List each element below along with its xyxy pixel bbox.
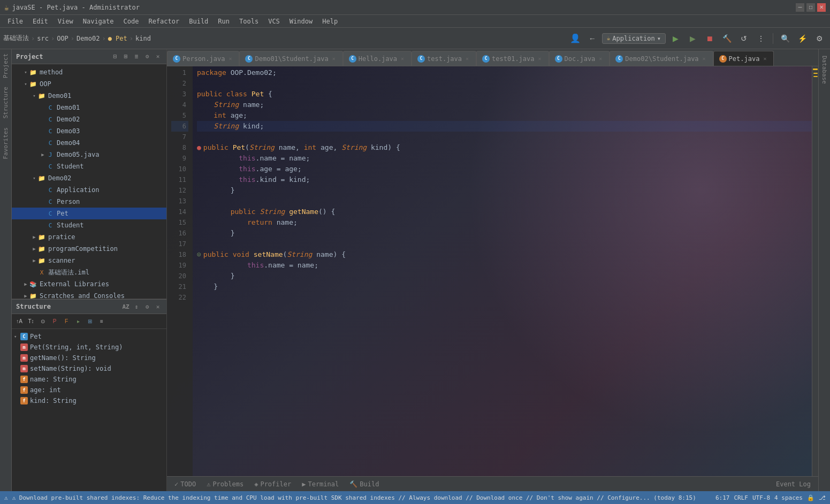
status-encoding[interactable]: UTF-8 bbox=[752, 494, 770, 501]
tab-close-person[interactable]: ✕ bbox=[227, 56, 233, 62]
tree-application[interactable]: ▾ C Application bbox=[12, 184, 166, 196]
tree-demo03-class[interactable]: ▾ C Demo03 bbox=[12, 125, 166, 137]
tree-demo01-folder[interactable]: ▾ 📁 Demo01 bbox=[12, 90, 166, 102]
struct-field-kind[interactable]: f kind: String bbox=[12, 395, 166, 406]
struct-sort-alpha-button[interactable]: ↑A bbox=[14, 316, 25, 327]
toolbar-account-button[interactable]: 👤 bbox=[568, 31, 583, 46]
menu-refactor[interactable]: Refactor bbox=[144, 17, 184, 26]
struct-inherited-button[interactable]: ⊞ bbox=[85, 316, 95, 327]
tab-close-test01[interactable]: ✕ bbox=[537, 56, 543, 62]
tab-close-demo01-student[interactable]: ✕ bbox=[331, 56, 337, 62]
tree-programcompetition[interactable]: ▶ 📁 programCompetition bbox=[12, 243, 166, 255]
tab-close-pet[interactable]: ✕ bbox=[762, 56, 768, 62]
right-panel-database[interactable]: Database bbox=[820, 51, 829, 88]
breadcrumb-item-4[interactable]: Demo02 bbox=[77, 35, 100, 42]
breadcrumb-item-5[interactable]: ● Pet bbox=[108, 35, 127, 42]
struct-field-button[interactable]: F bbox=[61, 316, 72, 327]
tree-demo04-class[interactable]: ▾ C Demo04 bbox=[12, 137, 166, 149]
project-close-icon[interactable]: ✕ bbox=[154, 52, 162, 61]
structure-settings-icon[interactable]: ⚙ bbox=[143, 302, 151, 311]
status-line-ending[interactable]: CRLF bbox=[734, 494, 748, 501]
tree-pratice[interactable]: ▶ 📁 pratice bbox=[12, 231, 166, 243]
tab-demo02-student[interactable]: C Demo02\Student.java ✕ bbox=[610, 51, 713, 66]
tab-close-test[interactable]: ✕ bbox=[464, 56, 470, 62]
menu-vcs[interactable]: VCS bbox=[264, 17, 284, 26]
tree-student-demo02[interactable]: ▾ C Student bbox=[12, 219, 166, 231]
status-position[interactable]: 6:17 bbox=[715, 494, 730, 501]
left-tab-project[interactable]: Project bbox=[1, 49, 10, 82]
struct-field-name[interactable]: f name: String bbox=[12, 374, 166, 385]
tree-demo02-class[interactable]: ▾ C Demo02 bbox=[12, 113, 166, 125]
menu-file[interactable]: File bbox=[3, 17, 27, 26]
search-button[interactable]: 🔍 bbox=[778, 31, 793, 46]
update-button[interactable]: ↺ bbox=[736, 31, 751, 46]
struct-setname[interactable]: m setName(String): void bbox=[12, 363, 166, 374]
bottom-tab-profiler[interactable]: ◈ Profiler bbox=[251, 479, 294, 489]
struct-getname[interactable]: m getName(): String bbox=[12, 353, 166, 363]
struct-sort-type-button[interactable]: T↕ bbox=[26, 316, 36, 327]
struct-constructor[interactable]: m Pet(String, int, String) bbox=[12, 342, 166, 353]
tree-demo02-folder[interactable]: ▾ 📁 Demo02 bbox=[12, 172, 166, 184]
tree-person[interactable]: ▾ C Person bbox=[12, 196, 166, 208]
run-button[interactable]: ▶ bbox=[668, 31, 683, 46]
struct-pet-class[interactable]: ▾ C Pet bbox=[12, 331, 166, 342]
bottom-tab-event-log[interactable]: Event Log bbox=[773, 479, 814, 489]
tab-test01-java[interactable]: C test01.java ✕ bbox=[476, 51, 549, 66]
tab-close-doc[interactable]: ✕ bbox=[597, 56, 604, 62]
stop-button[interactable]: ⏹ bbox=[702, 31, 717, 46]
struct-expand-button[interactable]: ▸ bbox=[73, 316, 83, 327]
tab-person-java[interactable]: C Person.java ✕ bbox=[167, 51, 239, 66]
left-tab-favorites[interactable]: Favorites bbox=[1, 123, 10, 164]
tree-pet[interactable]: ▾ C Pet bbox=[12, 208, 166, 219]
breadcrumb-item-1[interactable]: 基础语法 bbox=[3, 34, 29, 43]
structure-close-icon[interactable]: ✕ bbox=[154, 302, 162, 311]
maximize-button[interactable]: □ bbox=[806, 3, 815, 12]
status-warning-text[interactable]: ⚠ Download pre-built shared indexes: Red… bbox=[12, 494, 711, 501]
tab-doc-java[interactable]: C Doc.java ✕ bbox=[549, 51, 610, 66]
structure-sort-icon[interactable]: ⇕ bbox=[132, 302, 141, 311]
power-button[interactable]: ⚡ bbox=[795, 31, 810, 46]
bottom-tab-build[interactable]: 🔨 Build bbox=[346, 479, 382, 489]
code-editor[interactable]: 1 2 3 4 5 6 7 8 9 10 11 12 13 14 15 16 1… bbox=[167, 66, 818, 476]
gear-icon[interactable]: ⚙ bbox=[812, 31, 827, 46]
project-settings-icon[interactable]: ⚙ bbox=[143, 52, 151, 61]
debug-run-button[interactable]: ▶ bbox=[685, 31, 700, 46]
tree-demo01-class[interactable]: ▾ C Demo01 bbox=[12, 102, 166, 113]
tab-hello-java[interactable]: C Hello.java ✕ bbox=[343, 51, 412, 66]
struct-more-button[interactable]: ≡ bbox=[96, 316, 107, 327]
minimize-button[interactable]: ─ bbox=[796, 3, 804, 12]
tree-oop[interactable]: ▾ 📁 OOP bbox=[12, 78, 166, 90]
tree-iml[interactable]: ▾ X 基础语法.iml bbox=[12, 266, 166, 278]
bottom-tab-problems[interactable]: ⚠ Problems bbox=[203, 479, 247, 489]
menu-build[interactable]: Build bbox=[185, 17, 212, 26]
status-indent[interactable]: 4 spaces bbox=[774, 494, 803, 501]
code-content[interactable]: package OOP.Demo02; public class Pet { S… bbox=[193, 66, 818, 476]
menu-tools[interactable]: Tools bbox=[235, 17, 263, 26]
tab-close-hello[interactable]: ✕ bbox=[399, 56, 406, 62]
menu-edit[interactable]: Edit bbox=[28, 17, 52, 26]
menu-code[interactable]: Code bbox=[119, 17, 143, 26]
struct-public-button[interactable]: P bbox=[49, 316, 60, 327]
build-button[interactable]: 🔨 bbox=[719, 31, 734, 46]
tree-student-demo01[interactable]: ▾ C Student bbox=[12, 161, 166, 172]
project-collapse-icon[interactable]: ⊟ bbox=[111, 52, 119, 61]
structure-sort-az-icon[interactable]: AZ bbox=[121, 302, 130, 311]
bottom-tab-terminal[interactable]: ▶ Terminal bbox=[299, 479, 342, 489]
close-button[interactable]: ✕ bbox=[817, 3, 826, 12]
breadcrumb-item-3[interactable]: OOP bbox=[57, 35, 68, 42]
tab-close-demo02-student[interactable]: ✕ bbox=[701, 56, 707, 62]
project-sort-icon[interactable]: ≡ bbox=[132, 52, 141, 61]
more-button[interactable]: ⋮ bbox=[753, 31, 768, 46]
menu-view[interactable]: View bbox=[54, 17, 78, 26]
run-config-selector[interactable]: ☕ Application ▾ bbox=[602, 33, 666, 44]
breadcrumb-item-2[interactable]: src bbox=[37, 35, 49, 42]
left-tab-structure[interactable]: Structure bbox=[1, 82, 10, 123]
tab-pet-java[interactable]: C Pet.java ✕ bbox=[713, 51, 774, 66]
breadcrumb-item-6[interactable]: kind bbox=[135, 35, 151, 42]
tree-method[interactable]: ▾ 📁 method bbox=[12, 66, 166, 78]
tree-scratches[interactable]: ▶ 📁 Scratches and Consoles bbox=[12, 290, 166, 299]
menu-navigate[interactable]: Navigate bbox=[79, 17, 118, 26]
menu-window[interactable]: Window bbox=[285, 17, 317, 26]
bottom-tab-todo[interactable]: ✓ TODO bbox=[171, 479, 199, 489]
tree-external-libs[interactable]: ▶ 📚 External Libraries bbox=[12, 278, 166, 290]
